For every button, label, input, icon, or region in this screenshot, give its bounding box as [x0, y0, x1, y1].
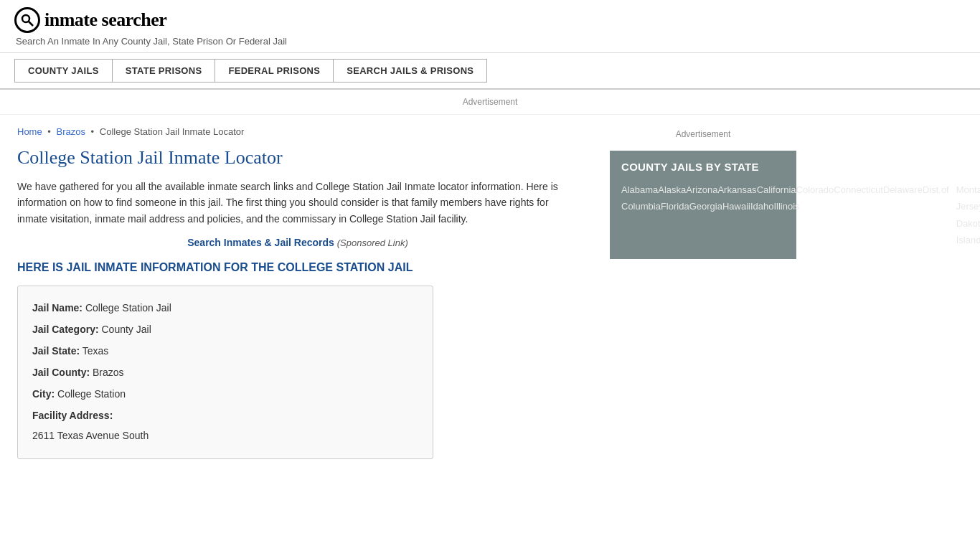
breadcrumb-current: College Station Jail Inmate Locator: [100, 126, 245, 137]
breadcrumb-sep2: •: [91, 126, 95, 137]
state-link-delaware[interactable]: Delaware: [883, 184, 923, 195]
states-col-right: MontanaNebraskaNevadaNew HampshireNew Je…: [956, 182, 980, 249]
jail-state-row: Jail State: Texas: [32, 341, 418, 361]
ad-bar: Advertisement: [0, 90, 980, 115]
page-title: College Station Jail Inmate Locator: [17, 147, 578, 169]
breadcrumb-home[interactable]: Home: [17, 126, 42, 137]
state-link-connecticut[interactable]: Connecticut: [834, 184, 883, 195]
nav-search[interactable]: SEARCH JAILS & PRISONS: [334, 59, 487, 83]
sponsored-link-area: Search Inmates & Jail Records (Sponsored…: [17, 237, 578, 248]
nav-bar: COUNTY JAILS STATE PRISONS FEDERAL PRISO…: [0, 53, 980, 90]
states-grid: AlabamaAlaskaArizonaArkansasCaliforniaCo…: [621, 182, 785, 249]
main-content: Home • Brazos • College Station Jail Inm…: [0, 115, 595, 471]
info-box: Jail Name: College Station Jail Jail Cat…: [17, 286, 433, 459]
tagline: Search An Inmate In Any County Jail, Sta…: [16, 36, 966, 47]
header: inmate searcher Search An Inmate In Any …: [0, 0, 980, 53]
county-jails-title: COUNTY JAILS BY STATE: [621, 161, 785, 173]
jail-address-row: Facility Address: 2611 Texas Avenue Sout…: [32, 405, 418, 446]
jail-county-value: Brazos: [93, 367, 124, 378]
sidebar-ad: Advertisement: [610, 129, 796, 139]
jail-name-label: Jail Name:: [32, 302, 83, 314]
states-col-left: AlabamaAlaskaArizonaArkansasCaliforniaCo…: [621, 182, 949, 249]
logo-icon: [14, 7, 40, 33]
state-link-arkansas[interactable]: Arkansas: [717, 184, 756, 195]
breadcrumb: Home • Brazos • College Station Jail Inm…: [17, 126, 578, 137]
logo-text: inmate searcher: [44, 9, 166, 31]
state-link-florida[interactable]: Florida: [661, 201, 689, 212]
state-link-california[interactable]: California: [757, 184, 796, 195]
state-link-alabama[interactable]: Alabama: [621, 184, 658, 195]
jail-address-label: Facility Address:: [32, 410, 113, 421]
jail-category-row: Jail Category: County Jail: [32, 319, 418, 339]
state-link-montana[interactable]: Montana: [956, 184, 980, 195]
jail-county-row: Jail County: Brazos: [32, 362, 418, 382]
breadcrumb-sep1: •: [47, 126, 51, 137]
state-link-georgia[interactable]: Georgia: [689, 201, 722, 212]
jail-state-label: Jail State:: [32, 345, 80, 357]
nav-federal-prisons[interactable]: FEDERAL PRISONS: [215, 59, 334, 83]
intro-text: We have gathered for you all the availab…: [17, 179, 578, 227]
jail-category-value: County Jail: [101, 324, 151, 335]
jail-city-value: College Station: [57, 388, 126, 400]
jail-county-label: Jail County:: [32, 367, 90, 378]
content-wrapper: Home • Brazos • College Station Jail Inm…: [0, 115, 980, 471]
jail-name-value: College Station Jail: [85, 302, 171, 314]
sponsored-note: (Sponsored Link): [337, 237, 408, 248]
logo-area: inmate searcher: [14, 7, 966, 33]
state-link-illinois[interactable]: Illinois: [773, 201, 799, 212]
jail-address-value: 2611 Texas Avenue South: [32, 425, 418, 446]
sidebar: Advertisement COUNTY JAILS BY STATE Alab…: [595, 115, 811, 471]
sponsored-link[interactable]: Search Inmates & Jail Records: [187, 237, 334, 248]
jail-name-row: Jail Name: College Station Jail: [32, 298, 418, 318]
jail-city-label: City:: [32, 388, 55, 400]
svg-line-1: [29, 22, 33, 26]
jail-category-label: Jail Category:: [32, 324, 99, 335]
jail-state-value: Texas: [83, 345, 109, 357]
nav-state-prisons[interactable]: STATE PRISONS: [113, 59, 216, 83]
state-link-alaska[interactable]: Alaska: [658, 184, 686, 195]
jail-city-row: City: College Station: [32, 384, 418, 404]
svg-point-0: [22, 15, 29, 22]
section-heading: HERE IS JAIL INMATE INFORMATION FOR THE …: [17, 261, 578, 274]
breadcrumb-brazos[interactable]: Brazos: [57, 126, 85, 137]
state-link-colorado[interactable]: Colorado: [796, 184, 834, 195]
state-link-arizona[interactable]: Arizona: [686, 184, 717, 195]
county-jails-box: COUNTY JAILS BY STATE AlabamaAlaskaArizo…: [610, 151, 796, 259]
state-link-hawaii[interactable]: Hawaii: [722, 201, 750, 212]
nav-county-jails[interactable]: COUNTY JAILS: [14, 59, 113, 83]
state-link-idaho[interactable]: Idaho: [750, 201, 774, 212]
